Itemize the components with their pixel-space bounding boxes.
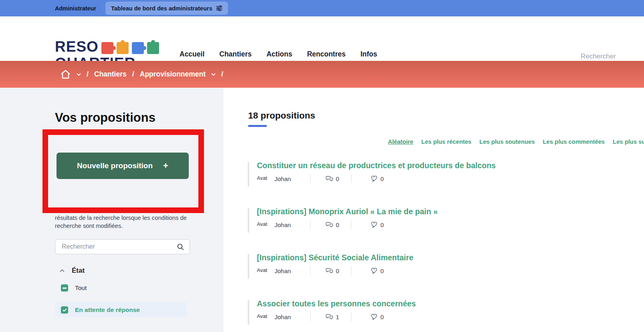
sliders-icon [216,5,222,11]
sort-option-recentes[interactable]: Les plus récentes [421,139,471,145]
sidebar-search-input[interactable] [55,243,177,250]
heart-plus-icon [371,268,378,274]
admin-role-label: Administrateur [55,0,96,16]
avatar: Avatar [257,267,269,275]
proposals-count-title: 18 propositions [248,111,315,121]
comments-count: 0 [336,175,339,182]
comments-count: 0 [336,221,339,228]
card-left-bar [248,162,249,187]
divider [310,220,311,229]
site-header: RESO QUARTIER Accueil Chantiers A [0,16,644,61]
proposal-title-link[interactable]: [Inspirations] Monoprix Auriol « La mie … [257,207,640,216]
search-icon[interactable] [177,243,190,251]
proposal-card: [Inspirations] Sécurité Sociale Alimenta… [248,253,640,275]
breadcrumb-bar: / Chantiers / Approvisionnement / [0,61,644,88]
divider [310,312,311,321]
main-nav: Accueil Chantiers Actions Rencontres Inf… [180,50,377,58]
state-filter-header[interactable]: État [60,267,85,275]
proposal-card: [Inspirations] Monoprix Auriol « La mie … [248,207,640,229]
proposal-meta: Avatar Johan 1 [257,312,640,321]
comments-stat: 0 [326,268,339,274]
sort-option-aleatoire[interactable]: Aléatoire [388,139,413,145]
admin-dashboard-button[interactable]: Tableau de bord des administrateurs [105,2,228,15]
proposal-card: Constituer un réseau de productrices et … [248,161,640,183]
nav-item-accueil[interactable]: Accueil [180,50,204,58]
annotation-highlight-box [42,129,204,213]
state-filter-title: État [72,267,85,275]
sort-options: Aléatoire Les plus récentes Les plus sou… [388,139,644,145]
chevron-up-icon [60,269,65,272]
page: Administrateur Tableau de bord des admin… [0,0,644,332]
chevron-down-icon[interactable] [77,73,81,76]
divider [310,174,311,183]
admin-dashboard-label: Tableau de bord des administrateurs [111,5,212,12]
count-underline [248,125,267,127]
divider [351,220,351,229]
home-icon[interactable] [60,69,71,79]
comments-icon [326,222,333,228]
avatar: Avatar [257,221,269,229]
state-option-pending[interactable]: En attente de réponse [61,306,140,314]
nav-item-actions[interactable]: Actions [266,50,292,58]
comments-count: 0 [336,268,339,274]
divider [310,266,311,275]
comments-count: 1 [336,314,339,320]
comments-stat: 0 [326,175,339,182]
avatar: Avatar [257,313,269,321]
state-option-pending-label: En attente de réponse [75,306,140,314]
comments-stat: 0 [326,221,339,228]
sort-option-suivies[interactable]: Les plus su [613,139,644,145]
proposal-meta: Avatar Johan 0 [257,174,640,183]
sidebar-search [55,239,190,254]
heart-plus-icon [371,175,378,182]
proposal-author[interactable]: Johan [275,175,291,182]
comments-icon [326,314,333,320]
puzzle-pieces-icon [101,39,159,55]
proposal-author[interactable]: Johan [275,221,291,228]
checkbox-checked-icon[interactable] [61,306,68,314]
comments-icon [326,268,333,274]
checkbox-indeterminate-icon[interactable] [61,284,68,292]
endorsements-count: 0 [380,314,384,320]
avatar: Avatar [257,175,269,183]
sort-option-soutenues[interactable]: Les plus soutenues [479,139,535,145]
card-left-bar [248,300,249,325]
endorsements-count: 0 [380,268,384,274]
proposal-title-link[interactable]: [Inspirations] Sécurité Sociale Alimenta… [257,253,640,262]
header-search-input[interactable]: Rechercher [581,52,616,60]
breadcrumb: / Chantiers / Approvisionnement / [60,69,223,79]
breadcrumb-separator: / [132,70,134,78]
logo-text-line1: RESO [55,39,99,55]
chevron-down-icon[interactable] [211,73,216,76]
divider [351,174,351,183]
proposal-meta: Avatar Johan 0 [257,266,640,275]
heart-plus-icon [371,221,378,228]
proposal-title-link[interactable]: Associer toutes les personnes concernées [257,299,640,308]
endorsements-stat: 0 [371,175,384,182]
state-option-all-label: Tout [75,284,87,292]
proposal-title-link[interactable]: Constituer un réseau de productrices et … [257,161,640,170]
sidebar-title: Vos propositions [55,111,155,125]
endorsements-stat: 0 [371,268,384,274]
breadcrumb-separator: / [221,70,223,78]
endorsements-count: 0 [380,221,384,228]
admin-top-bar: Administrateur Tableau de bord des admin… [0,0,644,16]
breadcrumb-item-approvisionnement[interactable]: Approvisionnement [140,70,206,78]
breadcrumb-item-chantiers[interactable]: Chantiers [94,70,127,78]
proposal-meta: Avatar Johan 0 [257,220,640,229]
card-left-bar [248,208,249,233]
proposal-author[interactable]: Johan [275,268,291,274]
nav-item-chantiers[interactable]: Chantiers [219,50,252,58]
proposal-author[interactable]: Johan [275,314,291,320]
breadcrumb-separator: / [87,70,89,78]
state-option-all[interactable]: Tout [61,284,87,292]
comments-icon [326,176,333,182]
card-left-bar [248,254,249,279]
divider [351,266,351,275]
endorsements-stat: 0 [371,314,384,320]
sort-option-commentees[interactable]: Les plus commentées [543,139,605,145]
nav-item-rencontres[interactable]: Rencontres [307,50,345,58]
endorsements-count: 0 [380,175,384,182]
nav-item-infos[interactable]: Infos [360,50,377,58]
comments-stat: 1 [326,314,339,320]
